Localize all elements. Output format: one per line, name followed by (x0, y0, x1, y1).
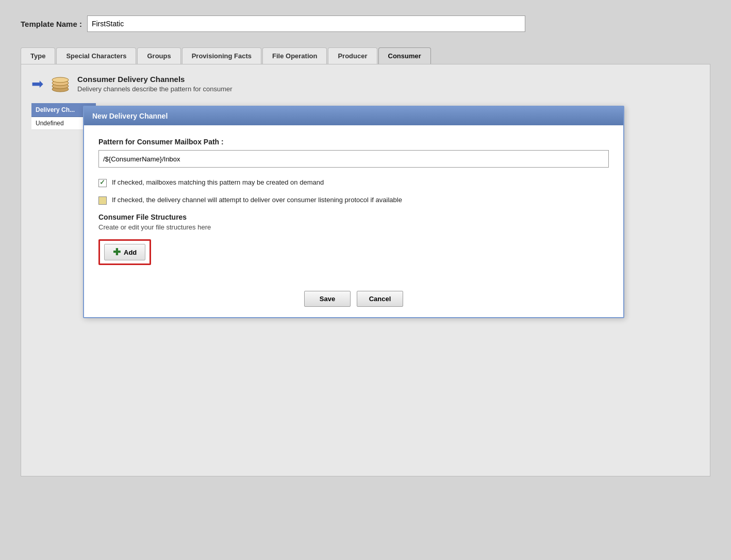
tab-provisioning-facts[interactable]: Provisioning Facts (182, 47, 261, 64)
svg-point-3 (52, 77, 69, 83)
dialog-footer: Save Cancel (84, 286, 623, 317)
consumer-header: ➡ Consumer Delivery Channels Delivery ch… (31, 75, 700, 93)
consumer-title-block: Consumer Delivery Channels Delivery chan… (77, 75, 232, 93)
template-name-input[interactable] (87, 15, 525, 32)
template-name-row: Template Name : (21, 15, 710, 32)
cancel-button[interactable]: Cancel (357, 291, 403, 307)
template-name-label: Template Name : (21, 20, 82, 28)
tab-type[interactable]: Type (21, 47, 55, 64)
add-button-container: ✚ Add (98, 239, 151, 265)
checkbox2-label: If checked, the delivery channel will at… (112, 195, 402, 205)
tab-consumer[interactable]: Consumer (378, 47, 431, 64)
dialog: New Delivery Channel Pattern for Consume… (83, 106, 624, 318)
save-button[interactable]: Save (304, 291, 351, 307)
consumer-section-title: Consumer Delivery Channels (77, 75, 232, 84)
dialog-titlebar: New Delivery Channel (84, 107, 623, 125)
plus-icon: ✚ (113, 248, 121, 257)
consumer-section-subtitle: Delivery channels describe the pattern f… (77, 85, 232, 93)
mailbox-path-label: Pattern for Consumer Mailbox Path : (98, 138, 609, 146)
tabs-row: Type Special Characters Groups Provision… (21, 47, 710, 64)
mailbox-path-input[interactable] (98, 150, 609, 168)
tab-file-operation[interactable]: File Operation (262, 47, 327, 64)
dialog-body: Pattern for Consumer Mailbox Path : If c… (84, 125, 623, 286)
checkbox1-label: If checked, mailboxes matching this patt… (112, 178, 324, 187)
tab-producer[interactable]: Producer (328, 47, 377, 64)
file-structures-subtitle: Create or edit your file structures here (98, 223, 609, 231)
tab-groups[interactable]: Groups (137, 47, 180, 64)
tab-special-characters[interactable]: Special Characters (56, 47, 136, 64)
dialog-overlay: New Delivery Channel Pattern for Consume… (83, 106, 624, 466)
dialog-title: New Delivery Channel (92, 112, 168, 120)
checkbox2-row: If checked, the delivery channel will at… (98, 195, 609, 205)
file-structures-title: Consumer File Structures (98, 213, 609, 221)
checkbox2[interactable] (98, 196, 107, 205)
content-row: Delivery Ch... Undefined New Delivery Ch… (31, 103, 700, 206)
checkbox1[interactable] (98, 179, 107, 187)
main-area: ➡ Consumer Delivery Channels Delivery ch… (21, 64, 710, 476)
checkbox1-row: If checked, mailboxes matching this patt… (98, 178, 609, 187)
add-button-label: Add (124, 249, 137, 256)
add-button[interactable]: ✚ Add (104, 244, 145, 260)
stack-icon (51, 76, 70, 92)
arrow-right-icon: ➡ (31, 75, 43, 92)
